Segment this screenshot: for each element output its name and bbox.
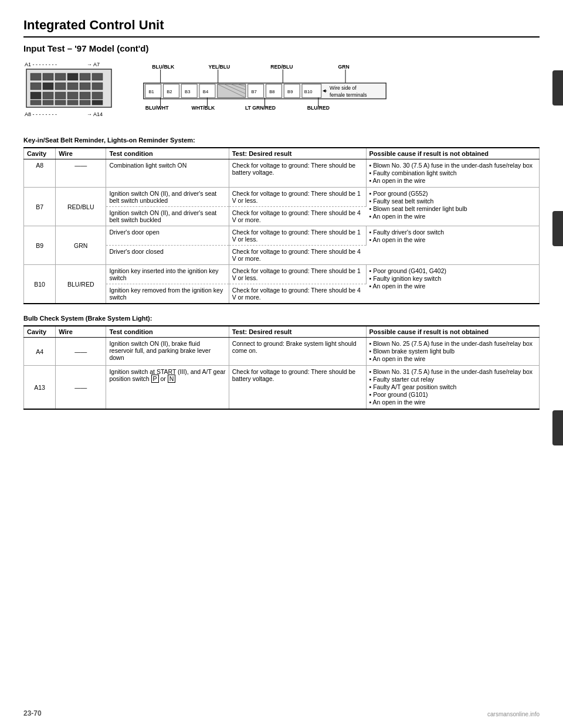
cell-test-b7-1: Ignition switch ON (II), and driver's se… (106, 188, 229, 207)
list-item: An open in the wire (369, 355, 536, 362)
cell-possible-b10: Poor ground (G401, G402) Faulty ignition… (366, 265, 539, 304)
table-row: B9 GRN Driver's door open Check for volt… (24, 226, 540, 246)
page-number: 23-70 (23, 709, 42, 717)
svg-text:B2: B2 (167, 89, 172, 94)
list-item: Faulty starter cut relay (369, 376, 536, 383)
table2: Cavity Wire Test condition Test: Desired… (23, 325, 540, 410)
svg-text:YEL/BLU: YEL/BLU (208, 64, 230, 70)
cell-desired-a4: Connect to ground: Brake system light sh… (229, 338, 366, 366)
svg-text:B9: B9 (287, 89, 293, 94)
table-row: A8 —— Combination light switch ON Check … (24, 159, 540, 188)
cell-wire-b7: RED/BLU (56, 188, 106, 226)
list-item: An open in the wire (369, 177, 536, 184)
list-item: Poor ground (G401, G402) (369, 267, 536, 274)
right-tab-3 (552, 410, 563, 445)
cell-desired-b10-1: Check for voltage to ground: There shoul… (229, 265, 366, 284)
col2-header-possible: Possible cause if result is not obtained (366, 326, 539, 338)
cell-cavity-a13: A13 (24, 366, 56, 410)
cell-possible-a4: Blown No. 25 (7.5 A) fuse in the under-d… (366, 338, 539, 366)
bullet-list: Blown No. 30 (7.5 A) fuse in the under-d… (369, 162, 536, 184)
list-item: Blown seat belt reminder light bulb (369, 205, 536, 212)
list-item: Blown brake system light bulb (369, 348, 536, 355)
col2-header-wire: Wire (56, 326, 106, 338)
list-item: Blown No. 30 (7.5 A) fuse in the under-d… (369, 162, 536, 169)
table-row: A4 —— Ignition switch ON (II), brake flu… (24, 338, 540, 366)
title-divider (23, 36, 540, 38)
list-item: Poor ground (G552) (369, 190, 536, 197)
svg-rect-6 (67, 73, 78, 80)
cell-possible-b7: Poor ground (G552) Faulty seat belt swit… (366, 188, 539, 226)
col2-header-test: Test condition (106, 326, 229, 338)
cell-wire-a13: —— (56, 366, 106, 410)
cell-possible-b9: Faulty driver's door switch An open in t… (366, 226, 539, 265)
col-header-test: Test condition (106, 148, 229, 159)
svg-rect-26 (92, 100, 103, 105)
right-tab-2 (552, 211, 563, 246)
svg-text:A8 - - - - - - - -: A8 - - - - - - - - (25, 111, 57, 117)
diagram-area: A1 - - - - - - - - → A7 (23, 60, 540, 126)
svg-text:Wire side of: Wire side of (330, 85, 357, 91)
table2-header-row: Cavity Wire Test condition Test: Desired… (24, 326, 540, 338)
bullet-list: Faulty driver's door switch An open in t… (369, 229, 536, 243)
cell-test-b10-2: Ignition key removed from the ignition k… (106, 284, 229, 304)
svg-text:BLU/WHT: BLU/WHT (145, 105, 169, 111)
list-item: An open in the wire (369, 283, 536, 290)
svg-rect-22 (43, 100, 53, 105)
cell-cavity-b10: B10 (24, 265, 56, 304)
page-subtitle: Input Test – '97 Model (cont'd) (23, 43, 540, 53)
svg-rect-9 (30, 83, 41, 90)
table-row: B7 RED/BLU Ignition switch ON (II), and … (24, 188, 540, 207)
svg-text:B8: B8 (269, 89, 274, 94)
bullet-list: Poor ground (G552) Faulty seat belt swit… (369, 190, 536, 220)
list-item: An open in the wire (369, 399, 536, 406)
svg-rect-16 (43, 92, 53, 99)
svg-text:RED/BLU: RED/BLU (270, 64, 293, 70)
svg-text:B3: B3 (185, 89, 190, 94)
table1: Cavity Wire Test condition Test: Desired… (23, 147, 540, 304)
cell-possible-a8: Blown No. 30 (7.5 A) fuse in the under-d… (366, 159, 539, 188)
svg-rect-12 (67, 83, 78, 90)
svg-text:A1 - - - - - - - -: A1 - - - - - - - - (25, 62, 57, 67)
svg-rect-25 (80, 100, 90, 105)
svg-rect-13 (80, 83, 90, 90)
list-item: Faulty A/T gear position switch (369, 383, 536, 390)
cell-test-b7-2: Ignition switch ON (II), and driver's se… (106, 207, 229, 226)
svg-text:GRN: GRN (338, 64, 350, 70)
svg-rect-11 (55, 83, 66, 90)
bullet-list: Poor ground (G401, G402) Faulty ignition… (369, 267, 536, 290)
col-header-wire: Wire (56, 148, 106, 159)
svg-text:LT GRN/RED: LT GRN/RED (245, 105, 276, 111)
list-item: Faulty driver's door switch (369, 229, 536, 236)
cell-desired-a13: Check for voltage to ground: There shoul… (229, 366, 366, 410)
cell-possible-a13: Blown No. 31 (7.5 A) fuse in the under-d… (366, 366, 539, 410)
svg-text:B4: B4 (203, 89, 209, 94)
watermark: carsmansonline.info (487, 711, 540, 717)
svg-rect-19 (80, 92, 90, 99)
terminal-diagram: BLU/BLK YEL/BLU RED/BLU GRN B1 B2 B3 (141, 60, 540, 126)
cell-wire-b10: BLU/RED (56, 265, 106, 304)
svg-rect-23 (55, 100, 66, 105)
cell-cavity-b9: B9 (24, 226, 56, 265)
col2-header-desired: Test: Desired result (229, 326, 366, 338)
table-row: A13 —— Ignition switch at START (III), a… (24, 366, 540, 410)
svg-text:B10: B10 (304, 89, 313, 94)
list-item: Faulty combination light switch (369, 169, 536, 176)
list-item: Faulty ignition key switch (369, 275, 536, 282)
bullet-list: Blown No. 31 (7.5 A) fuse in the under-d… (369, 368, 536, 406)
table-row: B10 BLU/RED Ignition key inserted into t… (24, 265, 540, 284)
svg-rect-18 (67, 92, 78, 99)
cell-desired-b7-1: Check for voltage to ground: There shoul… (229, 188, 366, 207)
bullet-list: Blown No. 25 (7.5 A) fuse in the under-d… (369, 340, 536, 362)
list-item: An open in the wire (369, 213, 536, 220)
table1-header-row: Cavity Wire Test condition Test: Desired… (24, 148, 540, 159)
connector-diagram: A1 - - - - - - - - → A7 (23, 60, 123, 126)
svg-rect-15 (30, 92, 41, 99)
cell-desired-b9-2: Check for voltage to ground: There shoul… (229, 246, 366, 265)
col-header-desired: Test: Desired result (229, 148, 366, 159)
cell-cavity-a4: A4 (24, 338, 56, 366)
cell-test-b9-2: Driver's door closed (106, 246, 229, 265)
cell-wire-a8: —— (56, 159, 106, 188)
svg-rect-21 (30, 100, 41, 105)
svg-rect-5 (55, 73, 66, 80)
list-item: An open in the wire (369, 236, 536, 243)
